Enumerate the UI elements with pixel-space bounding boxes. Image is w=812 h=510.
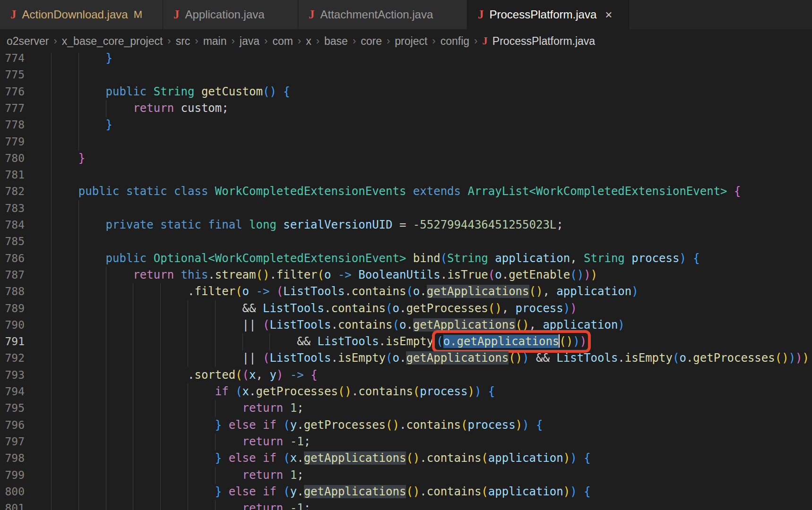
breadcrumb-item[interactable]: x_base_core_project	[62, 35, 163, 48]
line-number[interactable]: 785	[0, 233, 25, 250]
code-text[interactable]: .sorted((x, y) -> {	[51, 367, 318, 383]
breadcrumb-item[interactable]: com	[272, 35, 293, 48]
code-line-797[interactable]: 797 return -1;	[0, 434, 812, 450]
line-number[interactable]: 798	[0, 450, 25, 467]
line-number[interactable]: 795	[0, 400, 25, 416]
line-number[interactable]: 775	[0, 67, 25, 83]
code-token: {	[734, 185, 741, 198]
code-line-787[interactable]: 787 return this.stream().filter(o -> Boo…	[0, 267, 812, 284]
code-text[interactable]: return -1;	[51, 434, 311, 450]
tab-actiondownload-java[interactable]: J ActionDownload.java M	[0, 0, 163, 29]
code-line-786[interactable]: 786 public Optional<WorkCompletedExtensi…	[0, 250, 812, 267]
code-text[interactable]: .filter(o -> (ListTools.contains(o.getAp…	[51, 283, 639, 300]
breadcrumb-item[interactable]: o2server	[7, 35, 49, 48]
code-text[interactable]: && ListTools.contains(o.getProcesses(), …	[51, 300, 577, 317]
close-tab-icon[interactable]: ×	[605, 8, 612, 21]
code-text[interactable]: return 1;	[51, 467, 304, 484]
line-number[interactable]: 782	[0, 183, 25, 200]
line-number[interactable]: 778	[0, 117, 25, 133]
code-text[interactable]: } else if (y.getApplications().contains(…	[51, 484, 591, 500]
line-number[interactable]: 793	[0, 367, 25, 383]
code-line-779[interactable]: 779	[0, 134, 812, 151]
code-line-785[interactable]: 785	[0, 233, 812, 250]
breadcrumb-item[interactable]: src	[176, 35, 190, 48]
code-line-776[interactable]: 776 public String getCustom() {	[0, 84, 812, 101]
code-line-778[interactable]: 778 }	[0, 117, 812, 134]
code-text[interactable]: return this.stream().filter(o -> Boolean…	[51, 267, 597, 283]
code-line-795[interactable]: 795 return 1;	[0, 400, 812, 417]
line-number[interactable]: 788	[0, 283, 25, 300]
code-text[interactable]: }	[51, 117, 112, 133]
breadcrumb-item[interactable]: project	[395, 35, 427, 48]
code-text[interactable]: public static class WorkCompletedExtensi…	[51, 183, 741, 200]
code-line-799[interactable]: 799 return 1;	[0, 467, 812, 484]
code-token	[167, 185, 174, 198]
code-line-793[interactable]: 793 .sorted((x, y) -> {	[0, 367, 812, 384]
tab-attachmentaction-java[interactable]: J AttachmentAction.java	[298, 0, 467, 29]
code-text[interactable]: || (ListTools.isEmpty(o.getApplications(…	[51, 350, 809, 366]
line-number[interactable]: 786	[0, 250, 25, 267]
code-text[interactable]: return -1;	[51, 500, 311, 510]
code-line-780[interactable]: 780 }	[0, 150, 812, 167]
line-number[interactable]: 781	[0, 167, 25, 183]
line-number[interactable]: 799	[0, 467, 25, 484]
breadcrumb-item[interactable]: java	[240, 35, 259, 48]
breadcrumb-item[interactable]: main	[203, 35, 227, 48]
code-line-796[interactable]: 796 } else if (y.getProcesses().contains…	[0, 417, 812, 434]
code-line-781[interactable]: 781	[0, 167, 812, 184]
tab-application-java[interactable]: J Application.java	[163, 0, 298, 29]
breadcrumb-item[interactable]: base	[324, 35, 348, 48]
code-text[interactable]: private static final long serialVersionU…	[51, 217, 563, 233]
line-number[interactable]: 776	[0, 84, 25, 100]
code-line-788[interactable]: 788 .filter(o -> (ListTools.contains(o.g…	[0, 283, 812, 300]
breadcrumb-item[interactable]: x	[306, 35, 311, 48]
code-line-777[interactable]: 777 return custom;	[0, 100, 812, 117]
code-line-789[interactable]: 789 && ListTools.contains(o.getProcesses…	[0, 300, 812, 317]
line-number[interactable]: 789	[0, 300, 25, 317]
code-text[interactable]: public Optional<WorkCompletedExtensionEv…	[51, 250, 700, 267]
code-text[interactable]: if (x.getProcesses().contains(process)) …	[51, 383, 495, 400]
code-text[interactable]: }	[51, 150, 85, 167]
code-token: ArrayList<WorkCompletedExtensionEvent>	[467, 185, 727, 198]
code-token: o	[242, 285, 249, 298]
line-number[interactable]: 800	[0, 484, 25, 500]
code-token: (	[263, 85, 269, 98]
code-line-790[interactable]: 790 || (ListTools.contains(o.getApplicat…	[0, 317, 812, 334]
code-text[interactable]: return 1;	[51, 400, 304, 416]
line-number[interactable]: 796	[0, 417, 25, 434]
line-number[interactable]: 784	[0, 217, 25, 233]
code-line-800[interactable]: 800 } else if (y.getApplications().conta…	[0, 484, 812, 501]
code-line-798[interactable]: 798 } else if (x.getApplications().conta…	[0, 450, 812, 467]
code-line-775[interactable]: 775	[0, 67, 812, 84]
line-number[interactable]: 780	[0, 150, 25, 167]
code-line-783[interactable]: 783	[0, 200, 812, 217]
code-line-792[interactable]: 792 || (ListTools.isEmpty(o.getApplicati…	[0, 350, 812, 367]
code-token: .	[420, 485, 426, 498]
code-text[interactable]: } else if (y.getProcesses().contains(pro…	[51, 417, 543, 434]
code-token: (	[338, 385, 345, 398]
line-number[interactable]: 783	[0, 200, 25, 217]
tab-processplatform-java[interactable]: J ProcessPlatform.java ×	[467, 0, 629, 29]
code-editor[interactable]: 774 }775776 public String getCustom() {7…	[0, 0, 812, 510]
breadcrumb-item[interactable]: config	[441, 35, 469, 48]
code-line-784[interactable]: 784 private static final long serialVers…	[0, 217, 812, 234]
line-number[interactable]: 792	[0, 350, 25, 366]
code-text[interactable]: return custom;	[51, 100, 229, 117]
code-line-794[interactable]: 794 if (x.getProcesses().contains(proces…	[0, 383, 812, 400]
line-number[interactable]: 777	[0, 100, 25, 117]
line-number[interactable]: 791	[0, 333, 25, 350]
code-text[interactable]: } else if (x.getApplications().contains(…	[51, 450, 591, 467]
code-line-801[interactable]: 801 return -1;	[0, 500, 812, 510]
code-text[interactable]: public String getCustom() {	[51, 84, 290, 100]
code-line-782[interactable]: 782 public static class WorkCompletedExt…	[0, 183, 812, 200]
line-number[interactable]: 801	[0, 500, 25, 510]
code-text[interactable]: && ListTools.isEmpty(o.getApplications()…	[51, 333, 591, 350]
line-number[interactable]: 794	[0, 383, 25, 400]
line-number[interactable]: 779	[0, 134, 25, 150]
line-number[interactable]: 790	[0, 317, 25, 333]
code-line-791[interactable]: 791 && ListTools.isEmpty(o.getApplicatio…	[0, 333, 812, 350]
breadcrumb-item[interactable]: core	[361, 35, 382, 48]
breadcrumb-file[interactable]: ProcessPlatform.java	[492, 35, 595, 48]
line-number[interactable]: 797	[0, 434, 25, 450]
line-number[interactable]: 787	[0, 267, 25, 283]
